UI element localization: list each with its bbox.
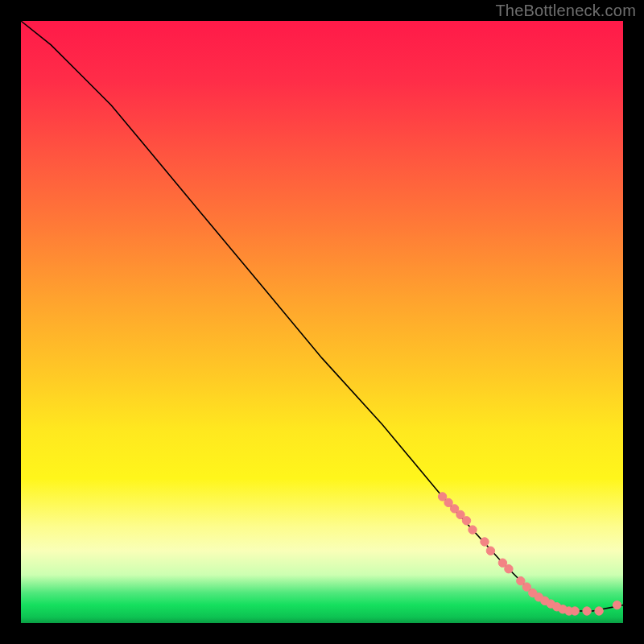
curve-line	[21, 21, 623, 611]
data-point	[613, 601, 621, 609]
data-point	[595, 607, 603, 615]
chart-svg	[21, 21, 623, 623]
marker-group	[438, 493, 621, 616]
chart-frame: TheBottleneck.com	[0, 0, 644, 644]
data-point	[505, 565, 513, 573]
data-point	[469, 526, 477, 534]
data-point	[462, 517, 470, 525]
data-point	[486, 547, 494, 555]
data-point	[571, 607, 579, 615]
data-point	[583, 607, 591, 615]
watermark-text: TheBottleneck.com	[495, 2, 636, 20]
data-point	[481, 538, 489, 546]
plot-area	[21, 21, 623, 623]
